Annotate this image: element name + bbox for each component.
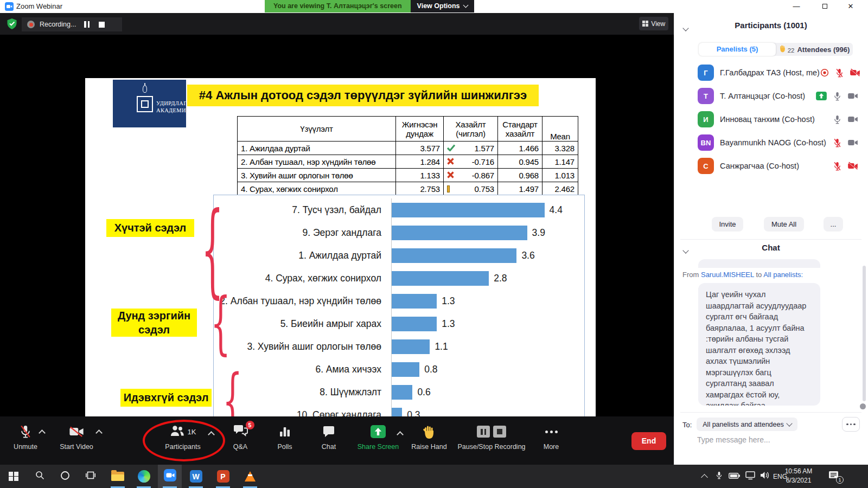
mic-on-icon[interactable] [833, 91, 841, 101]
record-dot-icon[interactable] [820, 68, 829, 78]
tray-battery-button[interactable] [727, 465, 742, 488]
cross-icon [447, 157, 454, 166]
stop-recording-icon[interactable] [493, 426, 506, 438]
app-active-underline [216, 486, 230, 488]
view-layout-button[interactable]: View [639, 17, 668, 30]
vlc-button[interactable] [238, 465, 262, 488]
powerpoint-button[interactable]: P [211, 465, 235, 488]
tab-panelists[interactable]: Panelists (5) [699, 43, 776, 56]
mic-off-icon[interactable] [833, 161, 841, 171]
pause-recording-icon[interactable] [477, 426, 490, 438]
academy-emblem-icon [137, 96, 153, 112]
participant-row[interactable]: ССанжрагчаа (Co-host) [698, 157, 858, 175]
cam-on-icon[interactable] [847, 138, 858, 147]
close-button[interactable]: ✕ [841, 2, 860, 11]
avatar: BN [698, 134, 714, 151]
chat-scrollbar[interactable] [863, 266, 866, 401]
mic-on-icon[interactable] [833, 114, 841, 125]
polls-icon [279, 424, 291, 439]
participant-row[interactable]: BNBayanmunkh NAOG (Co-host) [698, 133, 858, 152]
group-label-passive: Идэвхгүй сэдэл [120, 389, 212, 407]
chat-more-button[interactable] [842, 417, 860, 432]
participants-icon [170, 425, 184, 439]
pause-stop-recording-button[interactable]: Pause/Stop Recording [459, 424, 524, 451]
tab-attendees[interactable]: 22 Attendees (996) [776, 43, 853, 56]
cam-off-icon[interactable] [847, 162, 858, 170]
tray-expand-button[interactable] [698, 465, 711, 488]
chat-message-input[interactable] [697, 435, 838, 444]
divider [680, 412, 861, 413]
avatar: И [698, 111, 714, 127]
invite-button[interactable]: Invite [712, 217, 743, 232]
end-meeting-button[interactable]: End [631, 432, 666, 450]
chart-value-label: 3.9 [532, 226, 545, 240]
participant-row[interactable]: ИИнновац танхим (Co-host) [698, 110, 858, 129]
share-badge-icon[interactable] [815, 91, 827, 101]
chat-sender: Saruul.MISHEEL [701, 271, 754, 279]
stop-recording-icon[interactable] [99, 22, 105, 28]
participants-more-button[interactable]: ... [824, 217, 843, 232]
mic-off-icon[interactable] [835, 68, 844, 78]
academy-logo: УДИРДЛАГЫН АКАДЕМИ [113, 80, 186, 127]
table-header-row: Үзүүлэлт Жигнэсэндундаж Хазайлт(чиглэл) … [238, 117, 578, 142]
clock[interactable]: 10:56 AM 6/3/2021 [782, 467, 815, 485]
word-button[interactable]: W [184, 465, 208, 488]
chevron-up-icon [701, 474, 708, 481]
start-video-button[interactable]: Start Video [44, 424, 109, 451]
soyombo-icon [143, 85, 147, 93]
chart-bar [392, 294, 437, 309]
mic-off-icon[interactable] [833, 138, 841, 148]
window-title: Zoom Webinar [16, 2, 62, 10]
participant-row[interactable]: ТТ. Алтанцэцэг (Co-host) [698, 87, 858, 105]
participant-status-icons [833, 138, 858, 148]
cortana-button[interactable] [53, 465, 77, 488]
mute-all-button[interactable]: Mute All [764, 217, 804, 232]
chart-bar [392, 362, 419, 377]
chat-icon [322, 424, 335, 439]
edge-button[interactable] [132, 465, 156, 488]
participant-status-icons [833, 114, 858, 125]
chart-category-label: 2. Албан тушаал, нэр хүндийн төлөө [214, 294, 386, 309]
chart-bar-row: 6. Амиа хичээх0.8 [214, 362, 584, 377]
minimize-button[interactable]: — [787, 2, 806, 11]
search-button[interactable] [28, 465, 52, 488]
participant-row[interactable]: ГГ.Галбадрах ТАЗ (Host, me) [698, 63, 858, 82]
chart-category-label: 9. Эерэг хандлага [214, 226, 386, 240]
network-icon [745, 471, 756, 482]
chart-bar [392, 385, 412, 400]
notification-badge: 1 [836, 476, 844, 484]
more-dots-icon [545, 424, 558, 439]
zoom-taskbar-button[interactable] [158, 465, 182, 488]
more-button[interactable]: More [519, 424, 584, 451]
chart-bar [392, 271, 489, 286]
tray-network-button[interactable] [743, 465, 757, 488]
maximize-button[interactable] [815, 2, 834, 11]
app-active-underline [111, 486, 125, 488]
edge-icon [138, 470, 150, 483]
chat-recipient-dropdown[interactable]: All panelists and attendees [697, 418, 797, 431]
chart-bar-row: 1. Ажилдаа дуртай3.6 [214, 248, 584, 263]
cam-off-icon[interactable] [850, 68, 860, 77]
file-explorer-button[interactable] [106, 465, 130, 488]
chart-bar [392, 248, 516, 263]
task-view-button[interactable] [79, 465, 103, 488]
start-button[interactable] [2, 465, 25, 488]
view-options-dropdown[interactable]: View Options [411, 0, 474, 12]
chart-value-label: 3.6 [521, 248, 534, 263]
participants-button[interactable]: 1K Participants [150, 424, 215, 451]
cam-on-icon[interactable] [847, 115, 858, 124]
vlc-icon [245, 471, 256, 481]
app-active-underline [137, 486, 151, 488]
tray-volume-button[interactable] [758, 465, 772, 488]
bar-chart: 14 7. Тусч үзэл, байдал4.49. Эерэг хандл… [213, 195, 585, 451]
participant-status-icons [820, 68, 860, 78]
pause-recording-icon[interactable] [84, 21, 90, 28]
chat-message-meta: From Saruul.MISHEEL to All panelists: [682, 271, 803, 279]
chart-value-label: 0.6 [417, 385, 430, 400]
cam-on-icon[interactable] [847, 92, 858, 100]
cortana-icon [60, 471, 70, 483]
raise-hand-button[interactable]: Raise Hand [397, 424, 462, 451]
tray-mic-button[interactable] [712, 465, 725, 488]
chart-bar-row: 4. Сурах, хөгжих сонирхол2.8 [214, 271, 584, 286]
avatar: Г [698, 65, 714, 81]
